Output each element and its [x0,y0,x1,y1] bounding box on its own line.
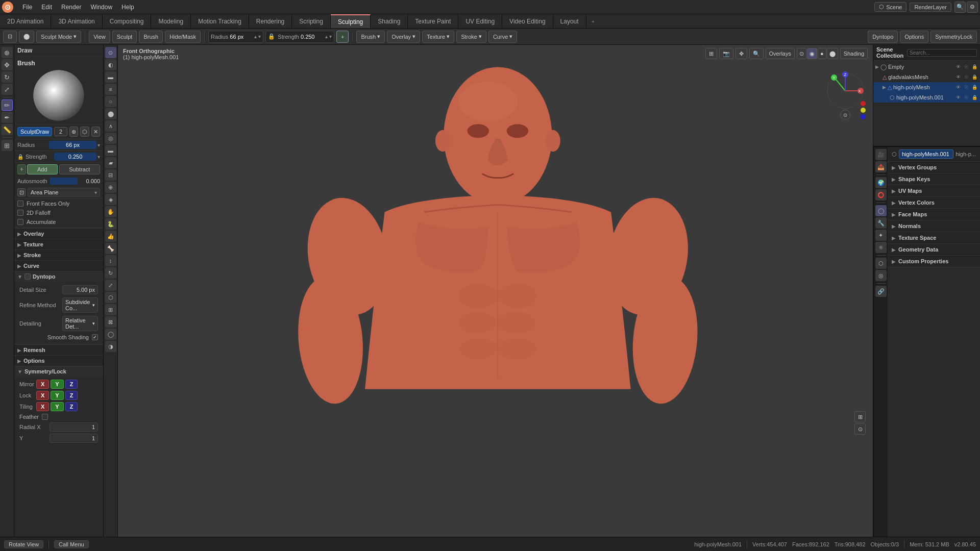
detail-size-value[interactable]: 5.00 px [62,285,98,294]
brush-simplify[interactable]: ◯ [105,329,116,340]
brush-rotate[interactable]: ↻ [105,267,116,279]
brush-boundary[interactable]: ⊞ [105,304,116,315]
prop-constraints-btn[interactable]: 🔗 [875,286,887,297]
prop-output-btn[interactable]: 📤 [875,161,887,172]
tab-layout[interactable]: Layout [553,14,586,28]
tool-cursor[interactable]: ⊕ [2,47,13,58]
tab-sculpting[interactable]: Sculpting [331,14,371,28]
mode-icon2-btn[interactable]: ⬤ [19,31,34,43]
mode-icon-btn[interactable]: ⊡ [3,31,17,43]
menu-edit[interactable]: Edit [37,3,56,12]
remesh-section-header[interactable]: ▶ Remesh [14,344,103,355]
tab-compositing[interactable]: Compositing [103,14,152,28]
smooth-shading-checkbox[interactable] [92,334,98,340]
brush-layer[interactable]: ≡ [105,84,116,95]
tab-motion-tracking[interactable]: Motion Tracking [191,14,249,28]
menu-render[interactable]: Render [57,3,85,12]
tree-eye-highpoly001[interactable]: 👁 [954,94,962,101]
front-faces-checkbox[interactable] [17,201,23,207]
prop-render-btn[interactable]: 🎥 [875,149,887,160]
tool-move[interactable]: ✥ [2,59,13,70]
feather-checkbox[interactable] [42,414,48,420]
sculpt-name-input[interactable]: SculptDraw [17,127,52,136]
prop-material-btn[interactable]: ◎ [875,270,887,281]
prop-particles-btn[interactable]: ✦ [875,230,887,241]
mirror-z-btn[interactable]: Z [65,380,78,389]
search-btn[interactable]: 🔍 [954,2,966,13]
brush-nudge[interactable]: ↕ [105,255,116,266]
tree-sel-highpoly001[interactable]: ☉ [963,94,970,101]
hidemask-btn[interactable]: Hide/Mask [165,31,201,43]
curve-section-header[interactable]: ▶ Curve [14,260,103,271]
tab-uv-editing[interactable]: UV Editing [458,14,502,28]
face-maps-header[interactable]: ▶ Face Maps [888,209,980,220]
tiling-y-btn[interactable]: Y [51,402,63,411]
tab-2d-animation[interactable]: 2D Animation [0,14,51,28]
symmetrylock-btn[interactable]: SymmetryLock [930,31,977,43]
brush-inflate[interactable]: ○ [105,96,116,107]
area-plane-icon[interactable]: ⊡ [17,188,26,196]
brush-smooth[interactable]: ◎ [105,133,116,144]
uv-maps-header[interactable]: ▶ UV Maps [888,185,980,196]
tool-scale[interactable]: ⤢ [2,84,13,95]
brush-clay-btn[interactable]: ◐ [105,59,116,70]
prop-obj-name[interactable]: high-polyMesh.001 [899,149,953,159]
prop-world-btn[interactable]: ⭕ [875,189,887,201]
tree-eye-gladvalaks[interactable]: 👁 [954,73,962,81]
mirror-y-btn[interactable]: Y [51,380,63,389]
overlay-dropdown[interactable]: Overlay▾ [387,31,420,43]
dyntopo-section-header[interactable]: ▼ Dyntopo [14,271,103,282]
add-symbol[interactable]: + [17,164,26,174]
options-section-header[interactable]: ▶ Options [14,355,103,366]
tab-scripting[interactable]: Scripting [292,14,331,28]
brush-blob[interactable]: ⬤ [105,108,116,119]
outliner-search[interactable] [907,49,977,57]
shape-keys-header[interactable]: ▶ Shape Keys [888,173,980,185]
prop-mesh-btn[interactable]: ⬡ [875,258,887,269]
brush-clay-strips[interactable]: ▬ [105,71,116,83]
tiling-z-btn[interactable]: Z [65,402,78,411]
brush-multires-disp[interactable]: ⊕ [105,182,116,193]
detailing-dropdown[interactable]: Relative Det... ▾ [62,316,98,331]
texture-dropdown[interactable]: Texture▾ [422,31,454,43]
tab-3d-animation[interactable]: 3D Animation [51,14,102,28]
tab-texture-paint[interactable]: Texture Paint [408,14,458,28]
tree-eye-empty[interactable]: 👁 [954,63,962,70]
tree-lock-empty[interactable]: 🔒 [971,63,978,70]
subtract-btn[interactable]: Subtract [59,164,101,174]
lock-y-btn[interactable]: Y [51,391,63,400]
tree-lock-highpoly[interactable]: 🔒 [971,84,978,91]
texture-section-header[interactable]: ▶ Texture [14,239,103,249]
tree-lock-gladvalaks[interactable]: 🔒 [971,73,978,81]
sculpt-icon1-btn[interactable]: ⊕ [69,127,78,137]
prop-object-btn[interactable]: ◯ [875,205,887,216]
autosmooth-slider[interactable] [50,178,78,185]
viewport-tool-1[interactable]: ⊞ [854,411,866,422]
renderlayer-selector[interactable]: RenderLayer [910,3,951,12]
tree-item-gladvalaks[interactable]: △ gladvalaksMesh 👁 ☉ 🔒 [873,72,980,82]
strength-adjust-up[interactable]: ▴ [325,34,328,39]
strength-adjust-down[interactable]: ▾ [329,34,332,39]
tab-modeling[interactable]: Modeling [151,14,191,28]
sculpt-icon2-btn[interactable]: ⬡ [80,127,89,137]
settings-btn[interactable]: ⚙ [967,2,978,13]
strength-input[interactable] [301,34,324,40]
tool-measure[interactable]: 📏 [2,124,13,135]
stroke-dropdown[interactable]: Stroke▾ [456,31,486,43]
accumulate-checkbox[interactable] [17,219,23,225]
radius-input[interactable] [230,34,253,40]
custom-properties-header[interactable]: ▶ Custom Properties [888,256,980,267]
radial-y-value[interactable]: 1 [50,434,98,443]
brush-elastic[interactable]: ⤢ [105,280,116,291]
tool-annotate[interactable]: ✒ [2,112,13,123]
2d-falloff-checkbox[interactable] [17,210,23,216]
tool-draw[interactable]: ✏ [2,99,13,111]
brush-mask[interactable]: ◑ [105,341,116,352]
texture-space-header[interactable]: ▶ Texture Space [888,232,980,243]
tree-eye-highpoly[interactable]: 👁 [954,84,962,91]
brush-dropdown[interactable]: Brush▾ [356,31,385,43]
stroke-section-header[interactable]: ▶ Stroke [14,249,103,260]
refine-method-dropdown[interactable]: Subdivide Co... ▾ [62,297,98,313]
add-btn[interactable]: Add [27,164,57,174]
brush-crease[interactable]: ∧ [105,120,116,132]
